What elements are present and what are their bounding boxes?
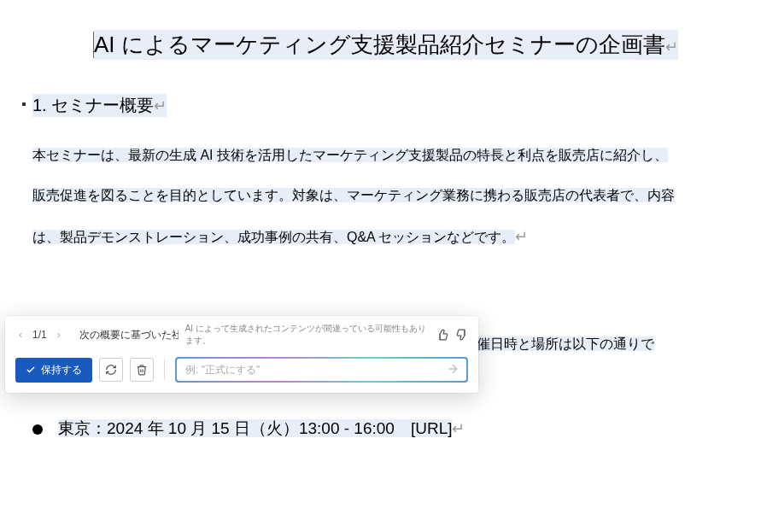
trash-icon bbox=[136, 364, 148, 376]
next-suggestion-button[interactable]: › bbox=[54, 327, 64, 342]
keep-button[interactable]: 保持する bbox=[15, 358, 92, 383]
context-note-text: 次の概要に基づいた社... bbox=[79, 328, 179, 342]
paragraph-mark-icon: ↵ bbox=[665, 38, 678, 56]
section-heading: 1. セミナー概要↵ bbox=[32, 94, 167, 117]
paragraph-mark-icon: ↵ bbox=[452, 420, 465, 437]
body-line: 販売促進を図ることを目的としています。対象は、マーケティング業務に携わる販売店の… bbox=[32, 188, 675, 202]
paragraph-mark-icon: ↵ bbox=[154, 97, 167, 114]
paragraph-mark-icon: ↵ bbox=[515, 228, 528, 245]
regenerate-button[interactable] bbox=[99, 358, 123, 382]
check-icon bbox=[26, 365, 36, 375]
send-button[interactable] bbox=[446, 362, 460, 378]
body-line: 本セミナーは、最新の生成 AI 技術を活用したマーケティング支援製品の特長と利点… bbox=[32, 148, 668, 162]
thumbs-up-button[interactable] bbox=[436, 328, 449, 342]
suggestion-count: 1/1 bbox=[32, 329, 47, 341]
body-line: は、製品デモンストレーション、成功事例の共有、Q&A セッションなどです。 bbox=[32, 230, 515, 244]
ai-popup-actions: 保持する bbox=[5, 352, 478, 393]
refresh-icon bbox=[105, 364, 117, 376]
list-item-text: 東京：2024 年 10 月 15 日（火）13:00 - 16:00 [URL… bbox=[58, 419, 452, 437]
body-line: 催日時と場所は以下の通りで bbox=[477, 336, 654, 351]
thumbs-up-icon bbox=[436, 329, 448, 341]
title-text: AI によるマーケティング支援製品紹介セミナーの企画書 bbox=[94, 32, 665, 57]
context-note: 次の概要に基づいた社... bbox=[76, 328, 179, 342]
prompt-input[interactable] bbox=[177, 359, 446, 381]
thumbs-down-icon bbox=[456, 329, 468, 341]
list-item: 東京：2024 年 10 月 15 日（火）13:00 - 16:00 [URL… bbox=[32, 418, 744, 440]
heading-bullet-icon bbox=[22, 102, 26, 106]
ai-suggestion-popup: ‹ 1/1 › 次の概要に基づいた社... AI によって生成されたコンテンツが… bbox=[5, 316, 478, 393]
prev-suggestion-button[interactable]: ‹ bbox=[15, 327, 26, 342]
bullet-icon bbox=[32, 424, 43, 435]
body-paragraph: 本セミナーは、最新の生成 AI 技術を活用したマーケティング支援製品の特長と利点… bbox=[32, 147, 729, 247]
prompt-field-wrap bbox=[175, 357, 468, 383]
ai-disclaimer: AI によって生成されたコンテンツが間違っている可能性もあります。 bbox=[185, 323, 430, 347]
separator bbox=[164, 360, 165, 380]
delete-button[interactable] bbox=[130, 358, 154, 382]
ai-popup-header: ‹ 1/1 › 次の概要に基づいた社... AI によって生成されたコンテンツが… bbox=[5, 316, 478, 352]
keep-button-label: 保持する bbox=[41, 363, 82, 377]
document-title: AI によるマーケティング支援製品紹介セミナーの企画書↵ bbox=[94, 30, 678, 60]
arrow-right-icon bbox=[446, 362, 460, 376]
thumbs-down-button[interactable] bbox=[455, 328, 468, 342]
section-heading-text: 1. セミナー概要 bbox=[32, 96, 154, 114]
